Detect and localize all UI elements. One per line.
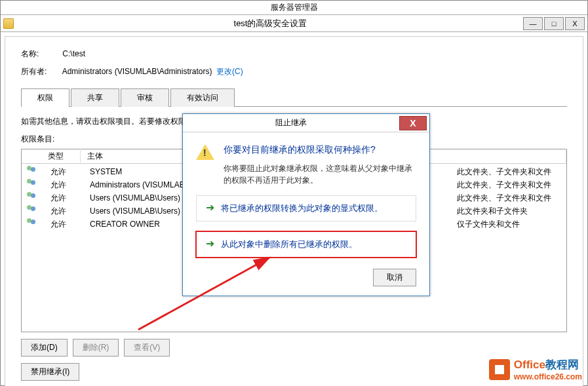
users-icon: [27, 192, 37, 203]
change-owner-link[interactable]: 更改(C): [216, 67, 243, 76]
cancel-button[interactable]: 取消: [373, 269, 416, 286]
watermark-icon: [489, 359, 510, 380]
tab-audit[interactable]: 审核: [121, 88, 169, 107]
disable-inherit-button[interactable]: 禁用继承(I): [21, 363, 79, 381]
tab-share[interactable]: 共享: [71, 88, 119, 107]
dialog-question: 你要对目前继承的权限采取何种操作?: [224, 144, 416, 156]
titlebar: test的高级安全设置 — □ X: [1, 15, 587, 32]
option-remove-all[interactable]: ➜ 从此对象中删除所有已继承的权限。: [195, 231, 417, 258]
owner-value: Administrators (VISUMLAB\Administrators): [62, 67, 212, 76]
add-button[interactable]: 添加(D): [21, 339, 68, 357]
owner-label: 所有者:: [21, 66, 60, 77]
watermark: Office教程网 www.office26.com: [489, 357, 582, 381]
users-icon: [27, 179, 37, 189]
col-type[interactable]: 类型: [41, 149, 81, 164]
maximize-button[interactable]: □: [544, 17, 564, 30]
arrow-icon: ➜: [206, 239, 214, 249]
dialog-close-button[interactable]: X: [399, 116, 427, 130]
tab-bar: 权限 共享 审核 有效访问: [21, 88, 567, 107]
block-inherit-dialog: 阻止继承 X 你要对目前继承的权限采取何种操作? 你将要阻止此对象继承权限，这意…: [182, 113, 430, 296]
view-button[interactable]: 查看(V): [124, 339, 170, 357]
dialog-title: 阻止继承: [183, 117, 399, 128]
name-value: C:\test: [62, 49, 85, 58]
option-convert[interactable]: ➜ 将已继承的权限转换为此对象的显式权限。: [196, 195, 416, 222]
tab-permissions[interactable]: 权限: [21, 88, 69, 107]
remove-button[interactable]: 删除(R): [73, 339, 119, 357]
minimize-button[interactable]: —: [523, 17, 543, 30]
tab-effective[interactable]: 有效访问: [170, 88, 235, 107]
folder-icon: [3, 18, 14, 29]
warning-icon: [196, 144, 214, 163]
users-icon: [27, 205, 37, 216]
name-label: 名称:: [21, 48, 60, 60]
close-button[interactable]: X: [565, 17, 585, 30]
window-title: test的高级安全设置: [19, 18, 522, 29]
outer-title: 服务器管理器: [1, 1, 587, 15]
dialog-description: 你将要阻止此对象继承权限，这意味着从父对象中继承的权限不再适用于此对象。: [224, 163, 416, 186]
arrow-icon: ➜: [206, 203, 214, 213]
users-icon: [27, 166, 37, 176]
users-icon: [27, 218, 37, 229]
